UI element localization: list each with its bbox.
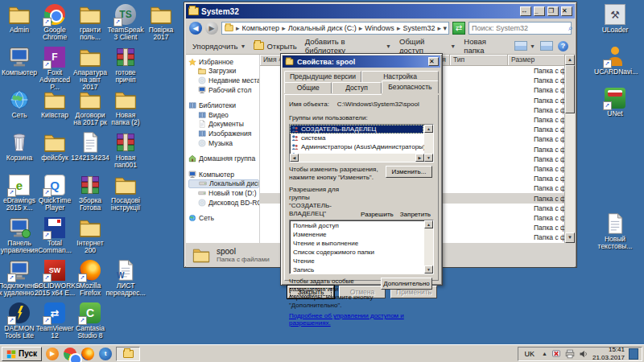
tab-security[interactable]: Безопасность (382, 80, 439, 93)
tab-previous-versions[interactable]: Предыдущие версии (284, 71, 361, 83)
groups-horizontal-scrollbar[interactable]: ◀▶ (290, 154, 424, 162)
advanced-button[interactable]: Дополнительно (381, 278, 432, 290)
forward-button[interactable]: ▶ (205, 22, 218, 35)
desktop-icon-1242134234[interactable]: 1242134234 (72, 131, 108, 174)
breadcrumb[interactable]: ▸ Компьютер ▸ Локальный диск (C:) ▸ Wind… (221, 22, 449, 35)
desktop-icon-facebook-folder[interactable]: фейсбук (37, 131, 72, 174)
views-button[interactable]: ▼ (514, 41, 535, 51)
sidebar-item-network[interactable]: Сеть (188, 213, 259, 223)
desktop-icon-uloader[interactable]: ⚒ULoader (597, 3, 633, 34)
permission-item[interactable]: Изменение (293, 231, 423, 240)
taskbar-thunderbird-icon[interactable]: t (98, 347, 113, 361)
sidebar-item-homegroup[interactable]: Домашняя группа (188, 154, 259, 163)
maximize-button[interactable]: ❐ (547, 6, 559, 16)
taskbar-chrome-icon[interactable] (63, 347, 77, 361)
group-list-item[interactable]: система (290, 134, 423, 142)
close-button[interactable]: ✕ (561, 6, 572, 16)
breadcrumb-computer[interactable]: Компьютер (242, 24, 281, 32)
group-list-item[interactable]: СОЗДАТЕЛЬ-ВЛАДЕЛЕЦ (290, 125, 423, 134)
status-alert-icon[interactable] (551, 349, 561, 359)
desktop-icon-gotove[interactable]: готове причіп (108, 46, 143, 88)
desktop-icon-camtasia[interactable]: CCamtasia Studio 8 (72, 302, 108, 344)
minimize-button[interactable]: _ (534, 6, 545, 16)
sidebar-item-bdrom-e[interactable]: Дисковод BD-ROM (E:) (188, 198, 259, 208)
desktop-icon-granty[interactable]: гранти поль... (72, 3, 108, 46)
desktop-icon-network[interactable]: Сеть (2, 88, 37, 131)
taskbar-firefox-icon[interactable] (80, 347, 95, 361)
permission-item[interactable]: Запись (293, 266, 423, 274)
sidebar-item-disk-c[interactable]: Локальный диск (C:) (188, 179, 259, 189)
desktop-icon-teamspeak[interactable]: TSTeamSpeak 3 Client (108, 3, 143, 46)
show-hidden-icons-icon[interactable]: ▲ (542, 351, 547, 356)
scroll-down-icon[interactable]: ▼ (565, 232, 575, 243)
permissions-vertical-scrollbar[interactable]: ▲▼ (424, 220, 433, 274)
permission-item[interactable]: Чтение и выполнение (293, 240, 423, 249)
sidebar-item-downloads[interactable]: Загрузки (188, 67, 259, 76)
desktop-icon-new-folder-2[interactable]: Новая папка (2) (108, 88, 143, 131)
sidebar-item-music[interactable]: Музыка (188, 138, 259, 148)
new-folder-button[interactable]: Новая папка (464, 37, 506, 55)
scroll-down-icon[interactable]: ▼ (424, 265, 433, 274)
desktop-icon-zborka[interactable]: Зборка Готова (72, 174, 108, 216)
desktop-icon-dogovory[interactable]: Договори на 2017 рк (72, 88, 108, 131)
scrollbar-thumb[interactable] (565, 65, 575, 113)
start-button[interactable]: Пуск (2, 347, 42, 361)
desktop-icon-teamviewer[interactable]: ⇄TeamViewer 12 (37, 302, 72, 344)
clock[interactable]: 15:41 21.03.2017 (592, 346, 625, 360)
desktop-icon-edrawings[interactable]: eeDrawings 2015 x... (2, 174, 37, 216)
search-input[interactable] (469, 24, 568, 32)
sidebar-item-computer[interactable]: Компьютер (188, 170, 259, 179)
desktop-icon-posadovi[interactable]: Посадові інструкції (108, 174, 143, 216)
desktop-icon-recycle-bin[interactable]: Корзина (2, 131, 37, 174)
desktop-icon-unet[interactable]: UNet (597, 87, 633, 117)
desktop-icon-solidworks[interactable]: SWSOLIDWORKS 2015 x64 E... (37, 259, 72, 302)
desktop-icon-internet-200[interactable]: Інтернет 200 (72, 216, 108, 259)
add-to-library-button[interactable]: Добавить в библиотеку▼ (305, 37, 391, 55)
desktop-icon-daemon-tools[interactable]: DAEMON Tools Lite (2, 302, 37, 344)
sidebar-item-libraries[interactable]: Библиотеки (188, 101, 259, 110)
scroll-up-icon[interactable]: ▲ (565, 55, 575, 65)
open-button[interactable]: Открыть (254, 42, 296, 51)
explorer-titlebar[interactable]: System32 ↔ _ ❐ ✕ (186, 4, 575, 19)
tab-sharing[interactable]: Доступ (332, 82, 381, 93)
help-icon[interactable]: ? (558, 41, 568, 51)
desktop-icon-computer[interactable]: Компьютер (2, 46, 37, 88)
scroll-up-icon[interactable]: ▲ (424, 125, 433, 133)
refresh-button[interactable]: ⇄ (452, 22, 465, 35)
breadcrumb-windows[interactable]: Windows (364, 24, 395, 32)
desktop-icon-firefox[interactable]: Mozilla Firefox (72, 259, 108, 302)
titlebar-extra-button[interactable]: ↔ (520, 6, 531, 16)
desktop-icon-control-panel[interactable]: Панель управления (2, 216, 37, 259)
desktop-icon-quicktime[interactable]: QQuickTime Player (37, 174, 72, 216)
back-button[interactable]: ◀ (189, 22, 202, 35)
taskbar-wmp-icon[interactable]: ▶ (45, 347, 60, 361)
taskbar-explorer-button[interactable] (116, 347, 140, 361)
sidebar-item-documents[interactable]: Документы (188, 120, 259, 130)
desktop-icon-ucardnavi[interactable]: UCARDNavi... (597, 45, 633, 76)
volume-icon[interactable] (579, 349, 588, 359)
breadcrumb-dropdown-icon[interactable]: ▾ (443, 24, 447, 32)
desktop-icon-povirka[interactable]: Повірка 2017 (143, 3, 179, 46)
dialog-titlebar[interactable]: Свойства: spool ✕ (283, 56, 440, 68)
column-header-size[interactable]: Размер (508, 55, 566, 65)
sidebar-item-disk-d[interactable]: Новый том (D:) (188, 188, 259, 198)
learn-more-link[interactable]: Подробнее об управлении доступом и разре… (289, 312, 434, 327)
printer-icon[interactable] (565, 349, 575, 359)
desktop-icon-admin[interactable]: Admin (2, 3, 37, 46)
sidebar-item-favorites[interactable]: Избранное (188, 57, 259, 67)
dialog-close-icon[interactable]: ✕ (428, 57, 439, 66)
search-box[interactable]: ⌕ (469, 22, 572, 35)
change-button[interactable]: Изменить... (386, 166, 432, 178)
breadcrumb-system32[interactable]: System32 (402, 24, 436, 32)
groups-vertical-scrollbar[interactable]: ▲▼ (424, 125, 433, 162)
language-indicator[interactable]: UK (525, 350, 539, 358)
sidebar-item-desktop[interactable]: Рабочий стол (188, 85, 259, 95)
column-header-type[interactable]: Тип (450, 55, 508, 65)
scroll-right-icon[interactable]: ▶ (415, 154, 424, 162)
breadcrumb-disk-c[interactable]: Локальный диск (C:) (287, 24, 357, 32)
scroll-left-icon[interactable]: ◀ (290, 154, 299, 162)
desktop-icon-new-text-file[interactable]: Новый текстовы... (597, 212, 633, 250)
desktop-icon-foxit[interactable]: FFoxit Advanced P... (37, 46, 72, 88)
organize-button[interactable]: Упорядочить▼ (192, 42, 246, 51)
sidebar-item-videos[interactable]: Видео (188, 110, 259, 120)
